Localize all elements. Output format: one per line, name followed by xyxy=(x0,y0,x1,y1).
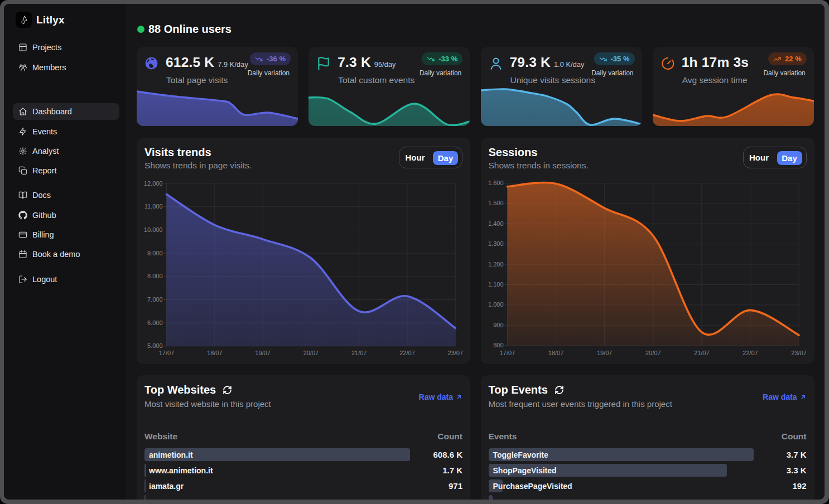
svg-text:1.400: 1.400 xyxy=(488,220,503,227)
svg-text:22/07: 22/07 xyxy=(743,350,758,356)
svg-text:21/07: 21/07 xyxy=(351,350,367,356)
svg-text:22/07: 22/07 xyxy=(399,350,415,356)
svg-text:11.000: 11.000 xyxy=(144,203,163,210)
svg-text:1.100: 1.100 xyxy=(488,281,503,288)
svg-text:23/07: 23/07 xyxy=(791,350,807,356)
svg-text:1.000: 1.000 xyxy=(488,301,503,308)
svg-text:19/07: 19/07 xyxy=(255,350,271,356)
svg-text:7.000: 7.000 xyxy=(147,296,163,303)
svg-text:20/07: 20/07 xyxy=(645,350,661,356)
svg-text:9.000: 9.000 xyxy=(147,250,163,256)
svg-text:20/07: 20/07 xyxy=(303,350,319,356)
svg-text:18/07: 18/07 xyxy=(548,350,563,356)
svg-text:23/07: 23/07 xyxy=(448,350,464,356)
svg-text:8.000: 8.000 xyxy=(147,273,163,279)
svg-text:1.300: 1.300 xyxy=(488,240,503,247)
svg-text:18/07: 18/07 xyxy=(207,350,223,356)
svg-text:17/07: 17/07 xyxy=(499,350,515,356)
svg-text:1.200: 1.200 xyxy=(488,261,503,268)
svg-text:19/07: 19/07 xyxy=(596,350,612,356)
svg-text:800: 800 xyxy=(493,342,503,348)
svg-text:900: 900 xyxy=(493,322,503,328)
svg-text:10.000: 10.000 xyxy=(144,226,163,233)
svg-text:1.500: 1.500 xyxy=(488,200,503,206)
svg-text:6.000: 6.000 xyxy=(147,319,163,326)
svg-text:5.000: 5.000 xyxy=(147,342,163,349)
svg-text:1.600: 1.600 xyxy=(488,180,503,186)
svg-text:21/07: 21/07 xyxy=(694,350,710,356)
svg-text:12.000: 12.000 xyxy=(144,180,163,187)
svg-text:17/07: 17/07 xyxy=(159,350,175,356)
